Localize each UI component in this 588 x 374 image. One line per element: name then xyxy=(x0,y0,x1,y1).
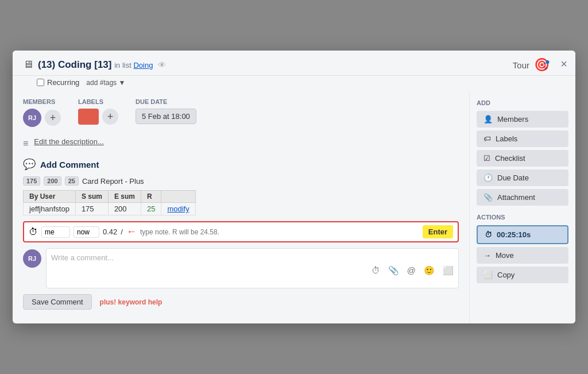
time-entry-row: ⏱ 0.42 / ← Enter xyxy=(23,221,459,242)
sidebar-due-date-icon: 🕐 xyxy=(483,173,493,182)
comment-input-area: RJ Write a comment... ⏱ 📎 @ 🙂 ⬜ xyxy=(23,248,459,288)
col-by-user: By User xyxy=(24,191,76,203)
enter-button[interactable]: Enter xyxy=(423,225,453,238)
toolbar-emoji-icon[interactable]: 🙂 xyxy=(424,265,435,276)
list-name-link[interactable]: Doing xyxy=(133,61,153,70)
report-table: By User S sum E sum R jeffjhanfstop 175 xyxy=(23,190,196,215)
comment-toolbar: ⏱ 📎 @ 🙂 ⬜ xyxy=(51,262,454,276)
modify-link[interactable]: modify xyxy=(161,203,195,215)
toolbar-attach-icon[interactable]: 📎 xyxy=(388,265,399,276)
card-icon: 🖥 xyxy=(23,59,33,71)
sidebar-move-icon: → xyxy=(483,251,491,260)
save-comment-row: Save Comment plus! keyword help xyxy=(23,294,459,310)
sidebar-copy-icon: ⬜ xyxy=(483,271,493,279)
table-row: jeffjhanfstop 175 200 25 modify xyxy=(24,203,196,215)
comment-title: Add Comment xyxy=(40,160,99,169)
comment-section: 💬 Add Comment 175 200 25 Card Report - P… xyxy=(23,158,459,310)
sidebar-attachment-button[interactable]: 📎 Attachment xyxy=(477,189,568,206)
sidebar-checklist-button[interactable]: ☑ Checklist xyxy=(477,150,568,167)
cell-user: jeffjhanfstop xyxy=(24,203,76,215)
sidebar-labels-button[interactable]: 🏷 Labels xyxy=(477,130,568,147)
tour-area: Tour 🎯 xyxy=(513,57,550,72)
toolbar-time-icon[interactable]: ⏱ xyxy=(372,265,380,276)
members-area: RJ + xyxy=(23,109,61,127)
label-color[interactable] xyxy=(78,109,99,125)
tour-icon[interactable]: 🎯 xyxy=(534,57,550,72)
sidebar-members-button[interactable]: 👤 Members xyxy=(477,111,568,128)
report-tag-175: 175 xyxy=(23,176,40,186)
save-comment-button[interactable]: Save Comment xyxy=(23,294,92,310)
add-label-button[interactable]: + xyxy=(102,109,118,125)
sidebar-move-button[interactable]: → Move xyxy=(477,247,568,264)
sidebar-copy-button[interactable]: ⬜ Copy xyxy=(477,267,568,283)
report-tag-25: 25 xyxy=(65,176,79,186)
comment-box[interactable]: Write a comment... ⏱ 📎 @ 🙂 ⬜ xyxy=(46,248,459,288)
toolbar-mention-icon[interactable]: @ xyxy=(407,265,416,276)
keyword-help: plus! keyword help xyxy=(100,298,163,306)
red-arrow-icon: ← xyxy=(126,226,137,238)
card-report-bar: 175 200 25 Card Report - Plus xyxy=(23,176,459,186)
labels-area: + xyxy=(78,109,118,125)
col-e-sum: E sum xyxy=(108,191,141,203)
card-title: (13) Coding [13] in list Doing 👁 xyxy=(38,59,166,71)
due-date-button[interactable]: 5 Feb at 18:00 xyxy=(136,109,196,124)
comment-avatar: RJ xyxy=(23,249,41,268)
cell-e-sum: 200 xyxy=(108,203,141,215)
comment-icon: 💬 xyxy=(23,158,36,171)
avatar: RJ xyxy=(23,109,41,127)
sidebar-due-date-button[interactable]: 🕐 Due Date xyxy=(477,169,568,186)
add-section-title: Add xyxy=(477,99,568,106)
sidebar-checklist-icon: ☑ xyxy=(483,154,490,163)
col-r: R xyxy=(141,191,161,203)
time-now-input[interactable] xyxy=(74,226,99,238)
time-value: 0.42 xyxy=(103,228,117,236)
labels-section-label: Labels xyxy=(78,98,118,105)
report-tag-200: 200 xyxy=(44,176,61,186)
recurring-checkbox[interactable]: Recurring xyxy=(37,78,79,87)
col-s-sum: S sum xyxy=(75,191,108,203)
modal-sidebar: Add 👤 Members 🏷 Labels ☑ Checklist 🕐 Due… xyxy=(469,91,575,323)
close-button[interactable]: × xyxy=(560,57,567,71)
sidebar-members-icon: 👤 xyxy=(483,115,493,124)
add-member-button[interactable]: + xyxy=(45,110,61,126)
toolbar-format-icon[interactable]: ⬜ xyxy=(443,265,454,276)
actions-section-title: Actions xyxy=(477,214,568,221)
cell-r: 25 xyxy=(141,203,161,215)
comment-placeholder: Write a comment... xyxy=(51,253,454,262)
due-date-section-label: Due Date xyxy=(136,98,196,105)
time-entry-icon: ⏱ xyxy=(29,227,38,237)
sidebar-labels-icon: 🏷 xyxy=(483,134,491,143)
tags-button[interactable]: add #tags ▼ xyxy=(86,79,125,87)
time-note-input[interactable] xyxy=(140,228,419,236)
watch-icon[interactable]: 👁 xyxy=(158,60,166,70)
cell-s-sum: 175 xyxy=(75,203,108,215)
time-user-input[interactable] xyxy=(41,226,70,238)
edit-description-link[interactable]: Edit the description... xyxy=(34,137,103,146)
time-slash: / xyxy=(121,228,123,236)
sidebar-attachment-icon: 📎 xyxy=(483,193,493,202)
timer-icon: ⏱ xyxy=(485,230,492,239)
report-name: Card Report - Plus xyxy=(82,177,144,186)
timer-button[interactable]: ⏱ 00:25:10s xyxy=(477,225,568,244)
description-icon: ≡ xyxy=(23,138,28,149)
members-section-label: Members xyxy=(23,98,61,105)
tour-label: Tour xyxy=(513,60,529,70)
description-section: ≡ Edit the description... xyxy=(23,137,459,149)
